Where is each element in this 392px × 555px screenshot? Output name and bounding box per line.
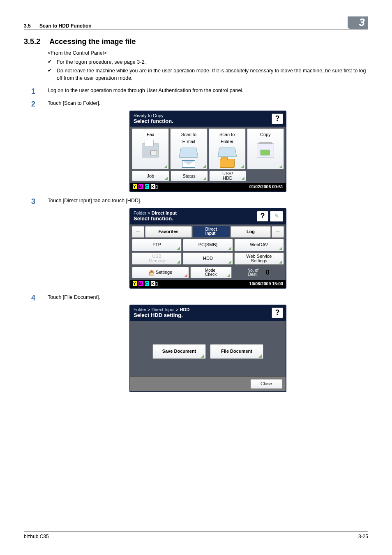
options-icon[interactable]: ✎ [270, 211, 283, 222]
counter-value: 0 [266, 268, 270, 278]
control-panel-screenshot-1: Ready to Copy Select function. ? Fax Sca… [129, 111, 286, 192]
step-text: Touch [Scan to Folder]. [48, 100, 101, 106]
file-document-button[interactable]: File Document [210, 344, 263, 359]
copy-icon [257, 143, 274, 157]
button-label: Fax [147, 131, 154, 138]
favorites-tab[interactable]: Favorites [145, 226, 192, 238]
panel-footer: Y M C K▯ 01/02/2006 00:51 [130, 183, 286, 191]
button-label: PC(SMB) [198, 241, 217, 248]
button-label: Status [183, 173, 196, 180]
prompt-line: Select HDD setting. [134, 312, 270, 319]
usb-memory-button[interactable]: USB Memory [132, 252, 182, 265]
datetime: 01/02/2006 00:51 [249, 184, 283, 190]
next-arrow-button[interactable]: → [272, 226, 284, 238]
breadcrumb: Folder > Direct Input > HDD [134, 307, 270, 312]
pc-smb-button[interactable]: PC(SMB) [183, 239, 233, 251]
prompt-line: Select function. [134, 118, 270, 125]
webdav-button[interactable]: WebDAV [234, 239, 284, 251]
control-panel-screenshot-3: Folder > Direct Input > HDD Select HDD s… [129, 305, 286, 392]
hdd-button[interactable]: HDD [183, 252, 233, 265]
close-bar: Close [130, 376, 286, 391]
direct-input-tab[interactable]: Direct Input [193, 226, 230, 237]
checklist-item: For the logon procedure, see page 3-2. [48, 58, 368, 66]
control-panel-screenshot-2: Folder > Direct Input Select function. ?… [129, 208, 286, 289]
button-label: Mode Check [205, 268, 217, 277]
toner-indicator: Y M C K▯ [133, 184, 158, 190]
tab-label: Favorites [159, 228, 179, 235]
step-2: 2 Touch [Scan to Folder]. Ready to Copy … [24, 99, 368, 192]
button-label: WebDAV [250, 241, 268, 248]
button-label: Close [261, 380, 272, 387]
subsection-heading: 3.5.2 Accessing the image file [24, 37, 368, 46]
scan-to-email-button[interactable]: Scan to E-mail [170, 128, 207, 169]
step-number: 3 [31, 196, 35, 207]
step-4: 4 Touch [File Document]. Folder > Direct… [24, 294, 368, 392]
datetime: 10/06/2009 15:00 [249, 281, 283, 287]
dest-counter: No. of Dest. 0 [233, 267, 284, 278]
checklist: For the logon procedure, see page 3-2. D… [48, 58, 368, 82]
button-label: Scan to E-mail [181, 131, 196, 145]
breadcrumb: Folder > Direct Input [134, 210, 255, 216]
help-icon[interactable]: ? [257, 211, 268, 222]
status-button[interactable]: Status [171, 171, 208, 181]
button-label: Copy [260, 131, 271, 138]
tab-bar: ← Favorites Direct Input Log → [132, 226, 284, 238]
mail-icon [182, 160, 195, 168]
context-subtitle: <From the Control Panel> [48, 50, 368, 56]
button-label: HDD [203, 255, 213, 262]
procedure-steps: 1 Log on to the user operation mode thro… [24, 87, 368, 392]
button-label: USB Memory [149, 254, 165, 263]
panel-header: Ready to Copy Select function. ? [130, 111, 286, 127]
button-label: Scan to Folder [219, 131, 235, 145]
scan-to-folder-button[interactable]: Scan to Folder [209, 128, 246, 169]
home-icon [149, 270, 154, 275]
page-header: 3.5 Scan to HDD Function 3 [24, 16, 368, 30]
panel-footer: Y M C K▯ 10/06/2009 15:00 [130, 280, 286, 288]
page-footer: bizhub C35 3-25 [24, 532, 368, 539]
step-text: Touch [File Document]. [48, 294, 100, 300]
button-label: Settings [156, 269, 172, 276]
help-icon[interactable]: ? [272, 113, 283, 124]
copy-button[interactable]: Copy [247, 128, 284, 169]
step-text: Log on to the user operation mode throug… [48, 88, 244, 93]
close-button[interactable]: Close [250, 379, 282, 389]
step-number: 1 [31, 86, 35, 97]
job-button[interactable]: Job [132, 171, 169, 181]
usb-hdd-button[interactable]: USB/ HDD [209, 171, 247, 181]
tab-label: Direct Input [205, 227, 217, 236]
footer-right: 3-25 [358, 534, 368, 539]
web-service-settings-button[interactable]: Web Service Settings [234, 252, 284, 265]
button-label: FTP [152, 241, 161, 248]
section-label: 3.5 Scan to HDD Function [24, 23, 92, 29]
counter-label: No. of Dest. [247, 268, 258, 277]
fax-button[interactable]: Fax [132, 128, 169, 169]
footer-left: bizhub C35 [24, 534, 49, 539]
chapter-badge: 3 [348, 16, 368, 29]
ftp-button[interactable]: FTP [132, 239, 182, 251]
checklist-item: Do not leave the machine while you are i… [48, 67, 368, 82]
button-label: Job [147, 173, 154, 180]
step-text: Touch [Direct Input] tab and touch [HDD]… [48, 198, 141, 204]
section-number: 3.5 [24, 23, 31, 29]
step-1: 1 Log on to the user operation mode thro… [24, 87, 368, 95]
save-document-button[interactable]: Save Document [152, 344, 206, 359]
prompt-line: Select function. [134, 216, 255, 222]
log-tab[interactable]: Log [231, 226, 271, 238]
status-line: Ready to Copy [134, 113, 270, 118]
help-icon[interactable]: ? [272, 308, 283, 318]
toner-indicator: Y M C K▯ [133, 281, 158, 287]
panel-header: Folder > Direct Input Select function. ?… [130, 209, 286, 224]
subsection-number: 3.5.2 [24, 37, 48, 46]
subsection-title: Accessing the image file [49, 37, 136, 46]
step-3: 3 Touch [Direct Input] tab and touch [HD… [24, 197, 368, 289]
step-number: 2 [31, 99, 35, 110]
prev-arrow-button[interactable]: ← [132, 226, 144, 238]
fax-icon [142, 143, 159, 157]
folder-icon [220, 159, 235, 168]
mode-check-button[interactable]: Mode Check [190, 267, 232, 278]
settings-button[interactable]: Settings [132, 267, 189, 278]
scanner-icon [217, 148, 237, 157]
scanner-icon [179, 148, 198, 158]
button-label: File Document [221, 348, 252, 355]
button-label: USB/ HDD [222, 171, 233, 180]
